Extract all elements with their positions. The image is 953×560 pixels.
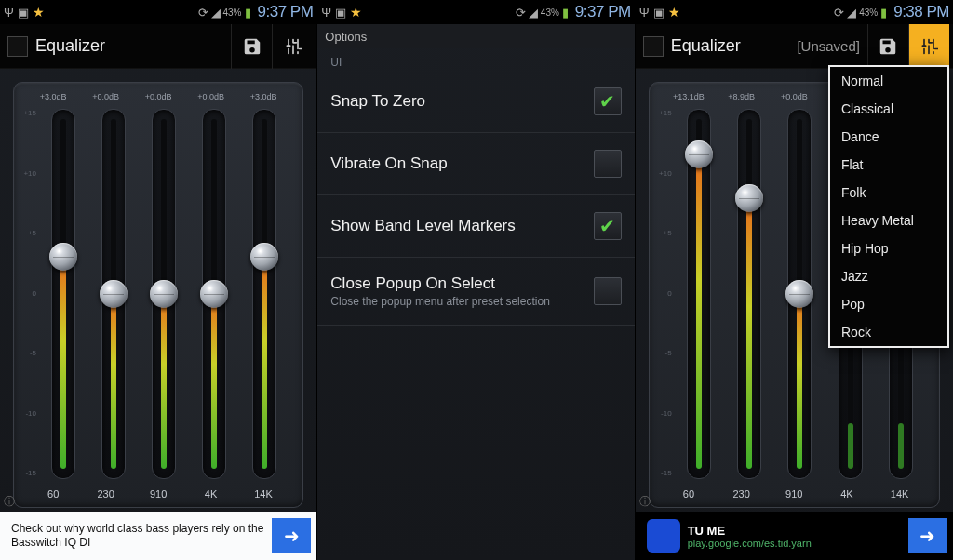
slider-knob[interactable] (150, 280, 178, 308)
ad-subtitle: play.google.com/es.tid.yarn (688, 538, 901, 549)
eq-slider[interactable] (241, 107, 288, 481)
preset-item[interactable]: Hip Hop (830, 234, 947, 262)
status-bar: Ψ ▣ ★ ⟳ ◢ 43% ▮ 9:37 PM (0, 0, 316, 24)
battery-percent: 43% (541, 7, 559, 18)
option-item[interactable]: Close Popup On SelectClose the popup men… (317, 258, 634, 326)
freq-label: 910 (771, 488, 817, 500)
option-subtitle: Close the popup menu after preset select… (330, 295, 593, 308)
eq-slider[interactable] (676, 107, 722, 481)
slider-knob[interactable] (785, 280, 813, 308)
freq-label: 230 (83, 488, 129, 500)
slider-knob[interactable] (735, 184, 763, 212)
slider-knob[interactable] (250, 243, 278, 271)
clock: 9:37 PM (258, 3, 314, 21)
ad-info-icon[interactable]: ⓘ (639, 494, 651, 510)
option-item[interactable]: Vibrate On Snap (317, 133, 634, 195)
preset-item[interactable]: Heavy Metal (830, 207, 947, 234)
freq-label: 14K (240, 488, 287, 500)
ad-info-icon[interactable]: ⓘ (4, 494, 15, 510)
eq-slider[interactable] (90, 107, 137, 481)
slider-knob[interactable] (200, 280, 228, 308)
option-checkbox[interactable] (594, 150, 622, 178)
image-icon: ▣ (18, 6, 29, 20)
page-title: Options (317, 24, 634, 48)
eq-slider[interactable] (141, 107, 187, 481)
ad-go-button[interactable]: ➜ (272, 518, 311, 553)
star-icon: ★ (350, 5, 362, 20)
signal-icon: ◢ (529, 6, 538, 20)
app-header: Equalizer (0, 24, 316, 69)
battery-percent: 43% (859, 7, 878, 18)
sync-icon: ⟳ (834, 6, 844, 20)
db-label: +13.1dB (665, 92, 712, 101)
save-button[interactable] (231, 24, 272, 69)
image-icon: ▣ (335, 6, 346, 20)
star-icon: ★ (668, 5, 680, 20)
eq-slider[interactable] (191, 107, 237, 481)
slider-knob[interactable] (685, 140, 713, 168)
slider-knob[interactable] (100, 280, 128, 308)
option-checkbox[interactable]: ✔ (594, 87, 622, 115)
ad-app-icon (647, 519, 680, 553)
section-label: UI (317, 48, 634, 71)
eq-slider[interactable] (40, 107, 87, 481)
eq-slider[interactable] (726, 107, 772, 481)
option-checkbox[interactable]: ✔ (594, 212, 622, 240)
db-label: +0.0dB (771, 92, 817, 101)
ad-banner[interactable]: Check out why world class bass players r… (0, 512, 316, 560)
preset-item[interactable]: Pop (830, 290, 947, 318)
status-bar: Ψ ▣ ★ ⟳ ◢ 43% ▮ 9:38 PM (636, 0, 953, 24)
usb-icon: Ψ (639, 6, 650, 20)
db-label: +0.0dB (83, 92, 129, 101)
preset-item[interactable]: Classical (830, 95, 947, 123)
option-label: Close Popup On Select (330, 274, 593, 293)
freq-label: 4K (188, 488, 235, 500)
ad-text: Check out why world class bass players r… (11, 522, 264, 550)
sync-icon: ⟳ (516, 6, 526, 20)
enable-checkbox[interactable] (643, 36, 664, 57)
slider-knob[interactable] (49, 243, 77, 271)
sliders-icon (919, 37, 938, 56)
freq-label: 4K (824, 488, 870, 500)
presets-button[interactable] (272, 24, 313, 69)
page-title: Equalizer (671, 36, 798, 56)
unsaved-label: [Unsaved] (797, 38, 860, 54)
freq-label: 60 (665, 488, 712, 500)
image-icon: ▣ (653, 6, 664, 20)
option-item[interactable]: Show Band Level Markers✔ (317, 195, 634, 258)
sliders-icon (284, 37, 302, 56)
preset-item[interactable]: Flat (830, 151, 947, 179)
enable-checkbox[interactable] (7, 36, 28, 57)
option-label: Show Band Level Markers (330, 217, 593, 235)
save-button[interactable] (867, 24, 908, 69)
equalizer-panel: +3.0dB+0.0dB+0.0dB+0.0dB+3.0dB +15+10+50… (13, 82, 303, 508)
clock: 9:38 PM (893, 3, 949, 21)
preset-item[interactable]: Folk (830, 179, 947, 207)
page-title: Equalizer (35, 36, 231, 56)
clock: 9:37 PM (575, 3, 631, 21)
battery-icon: ▮ (562, 6, 569, 20)
signal-icon: ◢ (847, 6, 856, 20)
battery-percent: 43% (223, 7, 242, 18)
option-item[interactable]: Snap To Zero✔ (317, 71, 634, 133)
eq-slider[interactable] (776, 107, 823, 481)
preset-item[interactable]: Normal (830, 67, 947, 95)
preset-item[interactable]: Rock (830, 318, 947, 346)
usb-icon: Ψ (4, 6, 14, 20)
ad-go-button[interactable]: ➜ (908, 518, 947, 553)
ad-banner[interactable]: TU ME play.google.com/es.tid.yarn ➜ (636, 512, 953, 560)
db-label: +3.0dB (240, 92, 287, 101)
signal-icon: ◢ (211, 6, 221, 20)
preset-item[interactable]: Jazz (830, 262, 947, 290)
option-checkbox[interactable] (594, 277, 622, 305)
screen-options: Ψ ▣ ★ ⟳ ◢ 43% ▮ 9:37 PM Options UI Snap … (317, 0, 635, 560)
presets-button[interactable] (908, 24, 949, 69)
star-icon: ★ (33, 5, 45, 20)
preset-popup: NormalClassicalDanceFlatFolkHeavy MetalH… (828, 65, 949, 348)
screen-equalizer: Ψ ▣ ★ ⟳ ◢ 43% ▮ 9:37 PM Equalizer (0, 0, 317, 560)
status-bar: Ψ ▣ ★ ⟳ ◢ 43% ▮ 9:37 PM (317, 0, 634, 24)
preset-item[interactable]: Dance (830, 123, 947, 151)
save-icon (242, 36, 262, 57)
freq-label: 230 (718, 488, 765, 500)
ad-title: TU ME (688, 524, 901, 538)
